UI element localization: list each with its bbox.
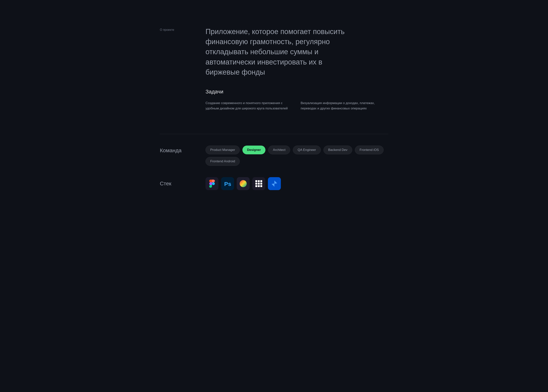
tag-product-manager[interactable]: Product Manager	[206, 146, 240, 154]
tag-backend-dev[interactable]: Backend Dev	[324, 146, 352, 154]
team-section: Команда Product Manager Designer Archite…	[160, 146, 388, 166]
task-item-1: Создание современного и понятного прилож…	[206, 100, 293, 111]
task-item-2: Визуализация информации о доходах, плате…	[301, 100, 388, 111]
svg-rect-4	[260, 180, 262, 182]
photoshop-icon[interactable]: Ps	[221, 177, 234, 190]
tasks-section: Задачи Создание современного и понятного…	[206, 89, 388, 111]
macos-icon[interactable]	[237, 177, 250, 190]
svg-rect-7	[260, 183, 262, 185]
svg-rect-5	[255, 183, 257, 185]
svg-rect-8	[255, 185, 257, 187]
tag-designer[interactable]: Designer	[243, 146, 265, 154]
tag-frontend-android[interactable]: Frontend Android	[206, 157, 240, 166]
about-section: О проекте Приложение, которое помогает п…	[160, 15, 388, 123]
svg-rect-2	[255, 180, 257, 182]
svg-rect-6	[258, 183, 260, 185]
about-description: Приложение, которое помогает повысить фи…	[206, 27, 354, 77]
stack-section: Стек Ps	[160, 177, 388, 190]
svg-rect-3	[258, 180, 260, 182]
svg-text:Ps: Ps	[224, 181, 231, 187]
tag-frontend-ios[interactable]: Frontend iOS	[355, 146, 384, 154]
section-divider	[160, 134, 388, 134]
stack-icons-container: Ps	[206, 177, 388, 190]
svg-rect-9	[258, 185, 260, 187]
stack-label: Стек	[160, 181, 198, 187]
tasks-grid: Создание современного и понятного прилож…	[206, 100, 388, 111]
team-label: Команда	[160, 146, 198, 154]
tag-architect[interactable]: Architect	[268, 146, 290, 154]
svg-rect-10	[260, 185, 262, 187]
jira-icon[interactable]	[268, 177, 281, 190]
figma-icon[interactable]	[206, 177, 218, 190]
tag-qa-engineer[interactable]: QA Engineer	[293, 146, 321, 154]
svg-point-1	[240, 180, 247, 187]
team-tags-container: Product Manager Designer Architect QA En…	[206, 146, 388, 166]
gridlines-icon[interactable]	[252, 177, 265, 190]
about-label: О проекте	[160, 27, 198, 111]
tasks-title: Задачи	[206, 89, 388, 95]
